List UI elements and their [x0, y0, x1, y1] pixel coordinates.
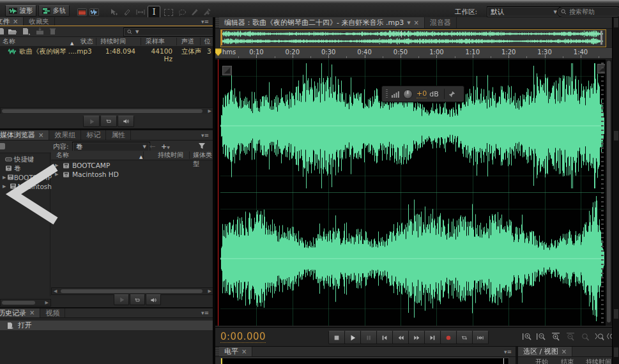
wave-vscrollbar[interactable]: [605, 59, 612, 326]
zoom-in-button[interactable]: [523, 333, 532, 343]
timeline-ruler[interactable]: hms 0:100:200:300:400:501:001:101:201:30…: [215, 47, 612, 59]
panel-menu-icon[interactable]: ▾≡: [197, 308, 213, 317]
overview-waveform-canvas[interactable]: [221, 30, 604, 45]
spot-healing-brush-tool[interactable]: [201, 8, 211, 17]
zoom-to-selection-in-button[interactable]: [595, 333, 604, 343]
media-list-header[interactable]: 名称 ▲ 持续时间 媒体类型: [51, 151, 213, 160]
tab-editor[interactable]: 编辑器：歌曲《夜的钢琴曲二十四》- 来自虾米音乐 .mp3 ▼ ×: [219, 17, 425, 28]
trash-icon[interactable]: [49, 27, 56, 37]
close-icon[interactable]: ×: [29, 310, 34, 316]
panel-edge-grip[interactable]: [614, 131, 618, 140]
spectral-display-toggle[interactable]: [77, 8, 87, 17]
hud-pin-icon[interactable]: [448, 91, 455, 98]
workspace-dropdown[interactable]: 默认 ▼: [487, 6, 561, 17]
tab-markers[interactable]: 标记: [81, 130, 106, 140]
preview-loop-button[interactable]: [100, 116, 117, 127]
hud-db-value[interactable]: +0: [416, 89, 427, 98]
tab-video[interactable]: 视频: [40, 308, 65, 317]
file-row[interactable]: 歌曲《夜的钢琴 ....mp3 1:48.094 44100 Hz 立体声 3: [0, 47, 213, 56]
files-table-header[interactable]: 名称 ▲ 状态 持续时间 采样率 声道 位: [0, 37, 213, 47]
tab-selection-view[interactable]: 选区 / 视图 ×: [518, 347, 572, 356]
close-icon[interactable]: ×: [38, 132, 43, 139]
add-shortcut-icon[interactable]: +▼: [161, 142, 170, 151]
time-display[interactable]: 0:00.000: [220, 331, 266, 343]
slip-tool[interactable]: [135, 8, 146, 17]
overview-start-marker[interactable]: [221, 30, 222, 45]
preview-autoplay-button[interactable]: [118, 116, 134, 127]
panel-edge-grip[interactable]: [614, 309, 618, 319]
waveform-view-button[interactable]: 波形: [5, 5, 36, 17]
paintbrush-tool[interactable]: [189, 8, 199, 17]
playhead-handle[interactable]: [215, 48, 222, 57]
overview-end-bar[interactable]: [600, 31, 602, 45]
skip-selection-button[interactable]: [472, 331, 489, 344]
zoom-out-button[interactable]: [537, 333, 546, 343]
chevron-down-icon[interactable]: ▼: [407, 20, 410, 26]
razor-tool[interactable]: [122, 8, 132, 17]
media-tree-hscrollbar[interactable]: ▶: [0, 299, 51, 307]
skip-to-start-button[interactable]: [376, 331, 393, 344]
tab-levels[interactable]: 电平 ×: [219, 347, 252, 356]
media-list-row[interactable]: ▶BOOTCAMP: [51, 161, 213, 170]
media-preview-loop-button[interactable]: [130, 294, 145, 305]
rewind-button[interactable]: [392, 331, 409, 344]
waveform-area[interactable]: +0 dB: [215, 59, 612, 326]
close-icon[interactable]: ×: [414, 20, 419, 26]
overview-strip[interactable]: [220, 29, 606, 47]
tab-effects-rack[interactable]: 效果组: [49, 130, 81, 140]
panel-edge-grip[interactable]: [614, 347, 618, 357]
waveform-channel-right[interactable]: [220, 193, 604, 324]
multitrack-view-button[interactable]: 多轨: [38, 5, 70, 17]
waveform-display-toggle[interactable]: [89, 8, 99, 17]
play-button[interactable]: [344, 331, 361, 344]
import-file-icon[interactable]: [22, 27, 31, 37]
media-preview-autoplay-button[interactable]: [146, 294, 161, 305]
hud-volume-knob[interactable]: [403, 89, 413, 99]
corner-toggle-left-icon[interactable]: [222, 66, 232, 75]
pause-button[interactable]: [360, 331, 377, 344]
zoom-reset-button[interactable]: [581, 333, 590, 343]
filter-icon[interactable]: [198, 142, 206, 151]
panel-menu-icon[interactable]: ▾≡: [197, 130, 213, 140]
right-edge-strip: [612, 17, 619, 364]
volume-hud[interactable]: +0 dB: [381, 86, 464, 102]
move-tool[interactable]: [109, 8, 119, 17]
waveform-channel-left[interactable]: [220, 60, 604, 192]
preview-play-button[interactable]: [83, 116, 100, 127]
close-icon[interactable]: ×: [562, 349, 567, 355]
zoom-in-full-button[interactable]: [551, 333, 561, 343]
media-preview-play-button[interactable]: [114, 294, 129, 305]
tab-properties[interactable]: 属性: [106, 130, 131, 140]
panel-edge-grip[interactable]: [614, 18, 618, 27]
time-selection-tool[interactable]: I: [148, 6, 160, 19]
close-icon[interactable]: ×: [241, 349, 247, 355]
fast-forward-button[interactable]: [408, 331, 425, 344]
history-entry-open[interactable]: 打开: [0, 321, 213, 330]
tab-files[interactable]: 文件 ×: [0, 17, 24, 26]
chevron-down-icon: ▼: [143, 144, 146, 149]
record-button[interactable]: [440, 331, 457, 344]
files-search-input[interactable]: ▼: [123, 27, 213, 36]
back-arrow-icon[interactable]: ←: [149, 142, 155, 151]
new-file-icon[interactable]: [0, 27, 5, 37]
panel-menu-icon[interactable]: ▾≡: [500, 347, 516, 356]
clipped-nav-icon[interactable]: [0, 143, 5, 149]
zoom-out-full-button[interactable]: [566, 333, 576, 343]
media-list-row[interactable]: ▶Macintosh HD: [51, 170, 213, 179]
open-folder-icon[interactable]: [8, 27, 17, 37]
playhead-line[interactable]: [218, 59, 218, 326]
export-icon[interactable]: [36, 27, 44, 37]
tab-history[interactable]: 历史记录 ×: [0, 308, 40, 317]
tab-mixer[interactable]: 混音器: [425, 17, 457, 28]
hud-drag-grip[interactable]: [386, 89, 388, 98]
panel-menu-icon[interactable]: ▾≡: [197, 17, 213, 26]
marquee-selection-tool[interactable]: [164, 8, 174, 17]
help-search-input[interactable]: 搜索帮助: [557, 6, 619, 17]
stop-button[interactable]: [328, 331, 345, 344]
skip-to-end-button[interactable]: [424, 331, 441, 344]
close-icon[interactable]: ×: [13, 19, 18, 25]
tab-media-browser[interactable]: 媒体浏览器 ×: [0, 130, 49, 140]
loop-playback-button[interactable]: [456, 331, 473, 344]
tab-favorites[interactable]: 收藏夹: [24, 17, 55, 26]
lasso-selection-tool[interactable]: [177, 8, 187, 17]
